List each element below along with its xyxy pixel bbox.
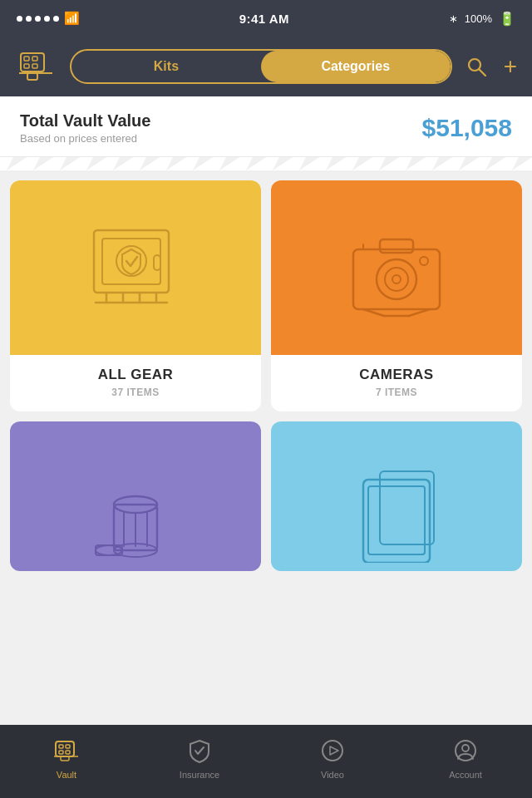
cameras-info: CAMERAS 7 ITEMS — [271, 355, 522, 411]
status-right: ∗ 100% 🔋 — [449, 11, 515, 27]
svg-point-46 — [323, 741, 342, 761]
category-cameras[interactable]: CAMERAS 7 ITEMS — [271, 180, 522, 411]
cat4-image — [271, 421, 522, 571]
svg-rect-41 — [66, 745, 70, 748]
vault-label: Total Vault Value Based on prices entere… — [20, 111, 150, 145]
battery-icon: 🔋 — [499, 11, 515, 27]
nav-item-vault[interactable]: Vault — [0, 736, 133, 780]
all-gear-count: 37 ITEMS — [10, 387, 261, 398]
bluetooth-icon: ∗ — [449, 12, 458, 25]
svg-point-23 — [420, 257, 428, 265]
vault-banner: Total Vault Value Based on prices entere… — [0, 96, 532, 157]
all-gear-info: ALL GEAR 37 ITEMS — [10, 355, 261, 411]
svg-rect-3 — [24, 64, 29, 68]
svg-rect-0 — [21, 53, 44, 71]
svg-line-8 — [479, 70, 485, 76]
cameras-title: CAMERAS — [271, 367, 522, 383]
svg-point-22 — [392, 275, 401, 283]
status-time: 9:41 AM — [239, 12, 289, 26]
tab-switcher[interactable]: Kits Categories — [70, 49, 452, 84]
nav-item-video[interactable]: Video — [266, 736, 399, 780]
signal-dots — [17, 16, 59, 22]
status-bar: 📶 9:41 AM ∗ 100% 🔋 — [0, 0, 532, 37]
category-4[interactable] — [271, 421, 522, 571]
svg-point-20 — [377, 259, 416, 299]
nav-item-account[interactable]: Account — [399, 736, 532, 780]
status-left: 📶 — [17, 11, 80, 26]
vault-value: $51,058 — [422, 114, 512, 142]
svg-point-49 — [462, 745, 469, 751]
svg-rect-36 — [363, 480, 430, 563]
wifi-icon: 📶 — [64, 11, 80, 26]
all-gear-title: ALL GEAR — [10, 367, 261, 383]
app-logo — [15, 46, 57, 87]
account-nav-label: Account — [449, 770, 482, 780]
svg-rect-1 — [24, 57, 29, 61]
video-nav-label: Video — [321, 770, 344, 780]
tab-categories[interactable]: Categories — [261, 51, 451, 82]
category-3[interactable] — [10, 421, 261, 571]
video-nav-icon — [318, 736, 347, 766]
vault-nav-icon — [52, 736, 81, 766]
category-all-gear[interactable]: ALL GEAR 37 ITEMS — [10, 180, 261, 411]
svg-rect-19 — [380, 239, 413, 253]
svg-marker-47 — [330, 746, 338, 755]
tab-kits[interactable]: Kits — [71, 51, 261, 82]
svg-rect-5 — [27, 73, 37, 80]
svg-rect-42 — [59, 751, 63, 754]
cat3-image — [10, 421, 261, 571]
vault-subtitle: Based on prices entered — [20, 132, 150, 145]
vault-nav-label: Vault — [57, 770, 76, 780]
all-gear-image — [10, 180, 261, 355]
svg-rect-9 — [94, 230, 169, 293]
svg-rect-39 — [56, 741, 74, 756]
cameras-count: 7 ITEMS — [271, 387, 522, 398]
insurance-nav-icon — [185, 736, 214, 766]
account-nav-icon — [451, 736, 480, 766]
svg-point-21 — [385, 268, 408, 291]
zigzag-divider — [0, 157, 532, 170]
svg-rect-4 — [32, 64, 37, 68]
nav-item-insurance[interactable]: Insurance — [133, 736, 266, 780]
svg-rect-38 — [380, 471, 434, 544]
insurance-nav-label: Insurance — [180, 770, 219, 780]
header-icons: + — [466, 55, 517, 78]
categories-grid: ALL GEAR 37 ITEMS — [0, 170, 532, 571]
vault-title: Total Vault Value — [20, 111, 150, 131]
cameras-image — [271, 180, 522, 355]
svg-rect-43 — [66, 751, 70, 754]
bottom-nav: Vault Insurance Video A — [0, 725, 532, 798]
search-button[interactable] — [466, 56, 487, 77]
battery-label: 100% — [465, 12, 492, 25]
add-button[interactable]: + — [504, 55, 517, 78]
svg-rect-40 — [59, 745, 63, 748]
svg-point-11 — [116, 246, 146, 276]
svg-rect-12 — [154, 255, 160, 270]
app-header: Kits Categories + — [0, 37, 532, 96]
svg-rect-2 — [32, 57, 37, 61]
